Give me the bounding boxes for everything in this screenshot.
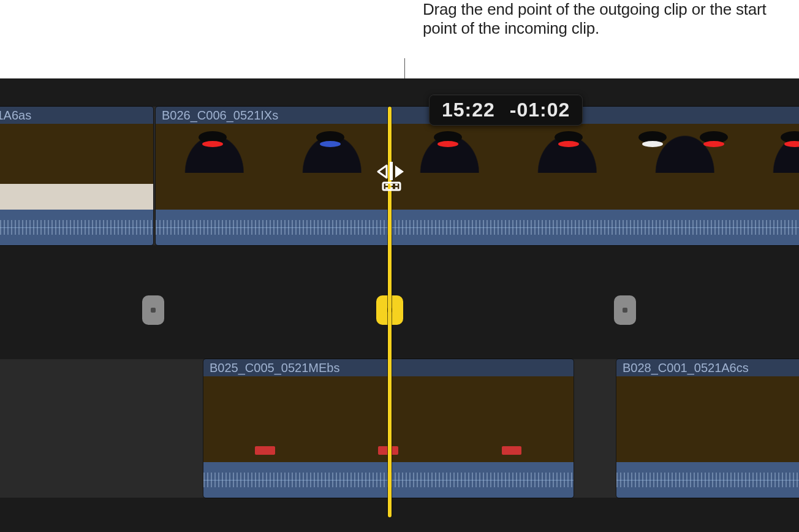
- clip-thumbnails: [0, 124, 153, 210]
- marker-standard[interactable]: [614, 295, 636, 325]
- primary-storyline-track[interactable]: _0521A6as B026_C006_0521IXs: [0, 107, 799, 245]
- timecode-tooltip: 15:22 -01:02: [429, 94, 583, 126]
- clip-name-label: B028_C001_0521A6cs: [616, 359, 799, 376]
- playhead[interactable]: [388, 107, 392, 517]
- clip-name-label: _0521A6as: [0, 107, 153, 124]
- clip-outgoing-a[interactable]: _0521A6as: [0, 107, 153, 245]
- timecode-delta: -01:02: [510, 99, 570, 121]
- marker-lane: [0, 278, 799, 333]
- clip-incoming-b[interactable]: B026_C006_0521IXs: [156, 107, 799, 245]
- clip-thumbnails: [156, 124, 799, 210]
- clip-audio[interactable]: [156, 210, 799, 245]
- marker-standard[interactable]: [142, 295, 164, 325]
- connected-clip-track[interactable]: B025_C005_0521MEbs B028_C001_0521A6cs: [0, 359, 799, 498]
- clip-connected-d[interactable]: B028_C001_0521A6cs: [616, 359, 799, 498]
- clip-audio[interactable]: [0, 210, 153, 245]
- clip-thumbnails: [616, 376, 799, 462]
- callout-annotation: Drag the end point of the outgoing clip …: [423, 0, 799, 38]
- clip-audio[interactable]: [616, 462, 799, 498]
- timeline[interactable]: _0521A6as B026_C006_0521IXs: [0, 78, 799, 532]
- timecode-duration: 15:22: [442, 99, 495, 121]
